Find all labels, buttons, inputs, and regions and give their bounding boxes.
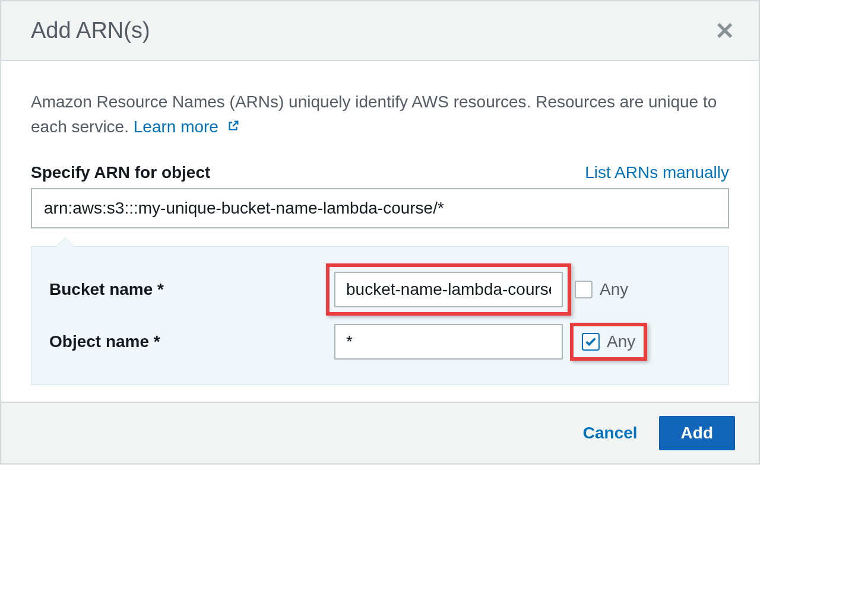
modal-body: Amazon Resource Names (ARNs) uniquely id… [1, 61, 759, 402]
bucket-name-input[interactable] [334, 272, 563, 307]
cancel-button[interactable]: Cancel [578, 416, 642, 450]
object-any-group: Any [575, 332, 635, 351]
object-name-row: Object name * Any [49, 324, 711, 360]
bucket-name-row: Bucket name * Any [49, 272, 711, 307]
object-name-label: Object name * [49, 332, 334, 351]
object-any-checkbox[interactable] [582, 333, 600, 351]
specify-arn-label: Specify ARN for object [31, 163, 210, 182]
modal-header: Add ARN(s) ✕ [1, 1, 759, 61]
add-button[interactable]: Add [659, 416, 735, 450]
modal-description: Amazon Resource Names (ARNs) uniquely id… [31, 90, 729, 139]
object-name-input[interactable] [334, 324, 563, 360]
bucket-name-label: Bucket name * [49, 280, 334, 299]
object-any-highlight: Any [570, 323, 647, 361]
modal-footer: Cancel Add [1, 402, 759, 463]
panel-arrow-icon [56, 238, 75, 247]
bucket-any-label: Any [600, 280, 628, 299]
add-arn-modal: Add ARN(s) ✕ Amazon Resource Names (ARNs… [0, 0, 760, 465]
arn-input[interactable] [31, 188, 729, 228]
external-link-icon [227, 115, 240, 139]
arn-parts-panel: Bucket name * Any Object name * [31, 246, 729, 385]
arn-parts-panel-wrap: Bucket name * Any Object name * [31, 246, 729, 385]
learn-more-link[interactable]: Learn more [134, 117, 240, 136]
modal-title: Add ARN(s) [31, 18, 150, 43]
bucket-any-group: Any [575, 280, 628, 299]
close-icon[interactable]: ✕ [715, 19, 735, 43]
learn-more-text: Learn more [134, 117, 218, 136]
list-arns-manually-link[interactable]: List ARNs manually [585, 163, 729, 182]
bucket-any-checkbox[interactable] [575, 281, 593, 298]
specify-row: Specify ARN for object List ARNs manuall… [31, 163, 729, 182]
object-any-label: Any [607, 332, 635, 351]
bucket-name-highlight [326, 263, 571, 316]
